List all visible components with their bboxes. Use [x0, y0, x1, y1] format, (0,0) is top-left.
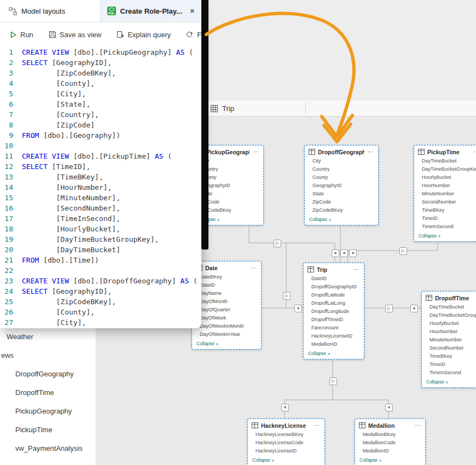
field-hournumber[interactable]: HourNumber — [422, 328, 476, 336]
code-line[interactable]: 21FROM [dbo].[Time]) — [0, 256, 201, 266]
code-line[interactable]: 23CREATE VIEW [dbo].[DropoffGeography] A… — [0, 277, 201, 287]
field-medallioncode[interactable]: MedallionCode — [355, 439, 425, 447]
field-daytimebucketgroupkey[interactable]: DayTimeBucketGroupKey — [422, 311, 476, 319]
field-zipcodebkey[interactable]: ZipCodeBKey — [305, 206, 378, 214]
sidebar-item-pickuptime[interactable]: PickupTime — [15, 425, 52, 435]
sidebar-item-weather[interactable]: Weather — [7, 332, 33, 342]
field-timebkey[interactable]: TimeBKey — [422, 352, 476, 361]
relationship-connector[interactable]: ∗ — [385, 404, 393, 411]
table-card-pickuptime[interactable]: PickupTime⋯DayTimeBucketDayTimeBucketGro… — [414, 145, 476, 242]
field-dropofftimeid[interactable]: DropoffTimeID — [304, 316, 364, 324]
collapse-link[interactable]: Collapse ∧ — [305, 214, 378, 225]
tab-trip[interactable]: Trip — [211, 101, 234, 116]
field-dayofweek[interactable]: DayOfWeek — [192, 314, 261, 322]
field-timebkey[interactable]: TimeBKey — [414, 206, 476, 214]
code-line[interactable]: 12SELECT [TimeID], — [0, 162, 201, 173]
field-medallionbkey[interactable]: MedallionBKey — [355, 431, 425, 439]
code-line[interactable]: 26 [County], — [0, 308, 201, 318]
code-line[interactable]: 11CREATE VIEW [dbo].[PickupTime] AS ( — [0, 152, 201, 162]
table-card-trip[interactable]: Trip⋯DateIDDropoffGeographyIDDropoffLati… — [303, 263, 364, 359]
table-card-medallion[interactable]: Medallion⋯MedallionBKeyMedallionCodeMeda… — [355, 419, 426, 465]
code-line[interactable]: 19 [DayTimeBucketGroupKey], — [0, 235, 201, 246]
table-card-header[interactable]: Trip⋯ — [304, 263, 364, 275]
field-medallionid[interactable]: MedallionID — [355, 447, 425, 455]
explain-query-button[interactable]: Explain query — [117, 31, 171, 39]
code-editor[interactable]: 1CREATE VIEW [dbo].[PickupGeography] AS … — [0, 46, 201, 328]
collapse-link[interactable]: Collapse ∧ — [422, 377, 476, 387]
field-daytimebucket[interactable]: DayTimeBucket — [422, 303, 476, 311]
field-geographyid[interactable]: GeographyID — [305, 182, 378, 190]
field-zipcode[interactable]: ZipCode — [305, 198, 378, 206]
code-line[interactable]: 7 [Country], — [0, 111, 201, 121]
code-line[interactable]: 13 [TimeBKey], — [0, 173, 201, 183]
field-hackneylicensecode[interactable]: HackneyLicenseCode — [248, 439, 324, 447]
field-hackneylicensebkey[interactable]: HackneyLicenseBKey — [248, 431, 324, 439]
field-dropofflatitude[interactable]: DropoffLatitude — [304, 291, 364, 299]
collapse-link[interactable]: Collapse ∧ — [414, 231, 476, 241]
more-options-button[interactable]: ⋯ — [353, 266, 360, 273]
field-county[interactable]: County — [305, 173, 378, 182]
code-line[interactable]: 27 [City], — [0, 318, 201, 328]
relationship-connector[interactable]: ∗ — [281, 404, 289, 411]
code-line[interactable]: 24SELECT [GeographyID], — [0, 287, 201, 298]
code-line[interactable]: 8 [ZipCode] — [0, 121, 201, 131]
code-line[interactable]: 22 — [0, 266, 201, 277]
field-minutenumber[interactable]: MinuteNumber — [422, 336, 476, 344]
field-timeid[interactable]: TimeID — [422, 361, 476, 369]
table-card-dropoffgeography[interactable]: DropoffGeography⋯CityCountryCountyGeogra… — [304, 145, 379, 225]
relationship-connector[interactable]: ∗ — [410, 305, 418, 312]
field-hournumber[interactable]: HourNumber — [414, 182, 476, 190]
relationship-connector[interactable]: ▷ — [283, 292, 291, 300]
run-button[interactable]: Run — [10, 31, 33, 39]
field-city[interactable]: City — [305, 157, 378, 165]
field-medallionid[interactable]: MedallionID — [304, 340, 364, 348]
code-line[interactable]: 4 [County], — [0, 79, 201, 90]
field-dropofflongitude[interactable]: DropoffLongitude — [304, 307, 364, 316]
field-secondnumber[interactable]: SecondNumber — [422, 344, 476, 352]
code-line[interactable]: 25 [ZipCodeBKey], — [0, 298, 201, 308]
code-line[interactable]: 15 [MinuteNumber], — [0, 194, 201, 204]
code-line[interactable]: 20 [DayTimeBucket] — [0, 246, 201, 256]
more-options-button[interactable]: ⋯ — [250, 264, 257, 271]
table-card-header[interactable]: HackneyLicense⋯ — [248, 419, 324, 431]
field-hourlybucket[interactable]: HourlyBucket — [422, 319, 476, 328]
field-state[interactable]: State — [305, 190, 378, 198]
field-timeinsecond[interactable]: TimeInSecond — [422, 369, 476, 377]
field-dateid[interactable]: DateID — [304, 275, 364, 283]
code-line[interactable]: 2SELECT [GeographyID], — [0, 59, 201, 69]
more-options-button[interactable]: ⋯ — [252, 148, 259, 155]
relationship-connector[interactable]: ∗ — [349, 249, 357, 257]
relationship-connector[interactable]: ∗ — [340, 249, 348, 257]
field-country[interactable]: Country — [305, 165, 378, 173]
field-dateid[interactable]: DateID — [192, 281, 261, 289]
field-datebkey[interactable]: DateBKey — [192, 273, 261, 281]
more-options-button[interactable]: ⋯ — [473, 148, 476, 155]
tab-model-layouts[interactable]: Model layouts — [0, 0, 74, 22]
field-daytimebucket[interactable]: DayTimeBucket — [414, 157, 476, 165]
save-as-view-button[interactable]: Save as view — [49, 31, 102, 39]
more-options-button[interactable]: ⋯ — [414, 422, 421, 429]
table-card-dropofftime[interactable]: DropoffTime⋯DayTimeBucketDayTimeBucketGr… — [421, 291, 476, 388]
code-line[interactable]: 9FROM [dbo].[Geography]) — [0, 131, 201, 142]
collapse-link[interactable]: Collapse ∧ — [248, 455, 324, 465]
code-line[interactable]: 10 — [0, 142, 201, 152]
field-hourlybucket[interactable]: HourlyBucket — [414, 173, 476, 182]
table-card-hackneylicense[interactable]: HackneyLicense⋯HackneyLicenseBKeyHackney… — [247, 419, 325, 465]
field-secondnumber[interactable]: SecondNumber — [414, 198, 476, 206]
code-line[interactable]: 16 [SecondNumber], — [0, 204, 201, 214]
relationship-connector[interactable]: ▷ — [385, 305, 393, 312]
more-options-button[interactable]: ⋯ — [314, 422, 321, 429]
table-card-header[interactable]: DropoffTime⋯ — [422, 292, 476, 303]
relationship-connector[interactable]: ▷ — [399, 247, 407, 255]
field-hackneylicenseid[interactable]: HackneyLicenseID — [248, 447, 324, 455]
table-card-header[interactable]: DropoffGeography⋯ — [305, 146, 378, 157]
sidebar-item-dropofftime[interactable]: DropoffTime — [15, 387, 54, 398]
field-daytimebucketgroupkey[interactable]: DayTimeBucketGroupKey — [414, 165, 476, 173]
field-dropofflatlong[interactable]: DropoffLatLong — [304, 299, 364, 307]
close-icon[interactable]: ✕ — [190, 8, 195, 15]
sidebar-item-dropoffgeography[interactable]: DropoffGeography — [15, 369, 74, 380]
code-line[interactable]: 17 [TimeInSecond], — [0, 214, 201, 225]
field-dayofweekinyear[interactable]: DayOfWeekInYear — [192, 330, 261, 339]
field-dayofmonth[interactable]: DayOfMonth — [192, 298, 261, 306]
code-line[interactable]: 1CREATE VIEW [dbo].[PickupGeography] AS … — [0, 48, 201, 59]
